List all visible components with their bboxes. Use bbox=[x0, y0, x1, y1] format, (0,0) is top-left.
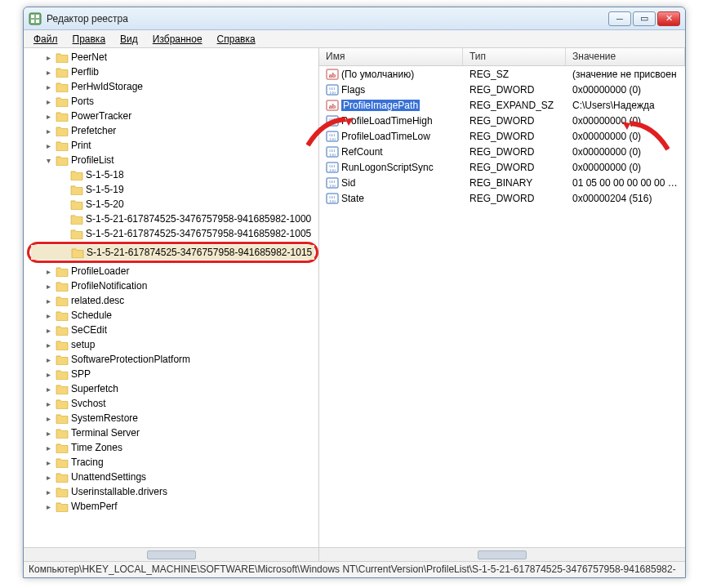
folder-icon bbox=[56, 280, 69, 292]
tree-node[interactable]: ▸Prefetcher bbox=[27, 123, 318, 138]
tree-node-label: Svchost bbox=[71, 398, 106, 409]
tree-node[interactable]: ▸Svchost bbox=[27, 396, 318, 411]
expand-icon[interactable]: ▸ bbox=[43, 326, 53, 335]
tree-node[interactable]: S-1-5-21-617874525-3476757958-941685982-… bbox=[27, 226, 318, 241]
tree-node[interactable]: ▸PowerTracker bbox=[27, 109, 318, 123]
list-hscrollbar[interactable] bbox=[319, 547, 685, 561]
menu-edit[interactable]: Правка bbox=[66, 32, 113, 47]
value-row[interactable]: FlagsREG_DWORD0x00000000 (0) bbox=[319, 82, 685, 97]
expand-icon[interactable]: ▸ bbox=[43, 414, 53, 423]
expand-icon[interactable]: ▸ bbox=[43, 399, 53, 408]
tree-node-label: UnattendSettings bbox=[71, 471, 146, 483]
tree-hscrollbar[interactable] bbox=[24, 547, 318, 561]
tree-node[interactable]: ▸SeCEdit bbox=[27, 323, 318, 337]
expand-icon[interactable]: ▸ bbox=[43, 97, 53, 106]
expand-icon[interactable]: ▸ bbox=[43, 341, 53, 350]
tree-node[interactable]: ▸PeerNet bbox=[27, 50, 318, 65]
folder-icon bbox=[56, 471, 69, 483]
expand-icon[interactable]: ▸ bbox=[43, 53, 53, 62]
tree-node[interactable]: S-1-5-20 bbox=[27, 197, 318, 212]
tree-node[interactable]: S-1-5-19 bbox=[27, 182, 318, 197]
list-body[interactable]: (По умолчанию)REG_SZ(значение не присвое… bbox=[319, 66, 685, 547]
close-button[interactable]: ✕ bbox=[657, 11, 680, 26]
value-row[interactable]: SidREG_BINARY01 05 00 00 00 00 00 05 1 bbox=[319, 175, 685, 190]
expand-icon[interactable]: ▸ bbox=[43, 112, 53, 121]
expand-icon[interactable]: ▸ bbox=[43, 68, 53, 77]
folder-icon bbox=[56, 66, 69, 78]
tree-node[interactable]: S-1-5-21-617874525-3476757958-941685982-… bbox=[31, 245, 314, 260]
tree-node[interactable]: ▸Tracing bbox=[27, 455, 318, 470]
tree-node-label: SeCEdit bbox=[71, 324, 107, 336]
titlebar[interactable]: Редактор реестра ─ ▭ ✕ bbox=[24, 7, 685, 30]
tree-node[interactable]: ▸Terminal Server bbox=[27, 425, 318, 440]
binary-value-icon bbox=[326, 114, 339, 127]
tree-node[interactable]: ▸setup bbox=[27, 337, 318, 352]
menu-favorites[interactable]: Избранное bbox=[146, 32, 209, 47]
value-row[interactable]: ProfileLoadTimeHighREG_DWORD0x00000000 (… bbox=[319, 113, 685, 128]
value-row[interactable]: RunLogonScriptSyncREG_DWORD0x00000000 (0… bbox=[319, 159, 685, 175]
maximize-button[interactable]: ▭ bbox=[633, 11, 656, 26]
expand-icon[interactable]: ▸ bbox=[43, 282, 53, 291]
value-data: 0x00000000 (0) bbox=[566, 84, 685, 96]
expand-icon[interactable]: ▸ bbox=[43, 429, 53, 438]
tree-node[interactable]: ▸Schedule bbox=[27, 308, 318, 323]
value-row[interactable]: ProfileImagePathREG_EXPAND_SZC:\Users\На… bbox=[319, 97, 685, 113]
column-type[interactable]: Тип bbox=[463, 48, 566, 65]
expand-icon[interactable]: ▸ bbox=[43, 473, 53, 482]
value-row[interactable]: StateREG_DWORD0x00000204 (516) bbox=[319, 190, 685, 206]
binary-value-icon bbox=[326, 83, 339, 96]
value-row[interactable]: (По умолчанию)REG_SZ(значение не присвое… bbox=[319, 66, 685, 82]
value-data: 0x00000000 (0) bbox=[566, 131, 685, 142]
tree-node[interactable]: ▸Perflib bbox=[27, 65, 318, 79]
value-name: ProfileImagePath bbox=[341, 100, 420, 111]
tree-node[interactable]: ▸Superfetch bbox=[27, 381, 318, 396]
tree-node-label: Print bbox=[71, 140, 91, 151]
column-value[interactable]: Значение bbox=[566, 48, 685, 65]
expand-icon[interactable]: ▸ bbox=[43, 458, 53, 467]
tree-node[interactable]: ▸SPP bbox=[27, 367, 318, 381]
expand-icon[interactable]: ▸ bbox=[43, 355, 53, 364]
tree-node[interactable]: ▸ProfileLoader bbox=[27, 264, 318, 278]
expand-icon[interactable]: ▸ bbox=[43, 385, 53, 394]
tree-node[interactable]: ▸SystemRestore bbox=[27, 411, 318, 425]
minimize-button[interactable]: ─ bbox=[608, 11, 631, 26]
folder-icon bbox=[56, 140, 69, 151]
tree-node-label: ProfileNotification bbox=[71, 280, 147, 292]
expand-icon[interactable]: ▸ bbox=[43, 488, 53, 497]
tree-node-label: PeerNet bbox=[71, 51, 107, 63]
tree-node-label: S-1-5-21-617874525-3476757958-941685982-… bbox=[87, 247, 312, 258]
expand-icon[interactable]: ▸ bbox=[43, 296, 53, 305]
folder-icon bbox=[56, 310, 69, 321]
column-name[interactable]: Имя bbox=[319, 48, 463, 65]
cell-name: RunLogonScriptSync bbox=[319, 161, 463, 174]
tree-node[interactable]: ▸WbemPerf bbox=[27, 499, 318, 514]
menu-help[interactable]: Справка bbox=[211, 32, 262, 47]
tree-node[interactable]: ▸SoftwareProtectionPlatform bbox=[27, 352, 318, 367]
value-row[interactable]: ProfileLoadTimeLowREG_DWORD0x00000000 (0… bbox=[319, 128, 685, 144]
tree-node[interactable]: ▸PerHwIdStorage bbox=[27, 79, 318, 94]
tree-node[interactable]: S-1-5-21-617874525-3476757958-941685982-… bbox=[27, 212, 318, 226]
expand-icon[interactable]: ▸ bbox=[43, 127, 53, 136]
expand-icon[interactable]: ▸ bbox=[43, 311, 53, 320]
tree-node[interactable]: S-1-5-18 bbox=[27, 167, 318, 182]
tree-node[interactable]: ▸Print bbox=[27, 138, 318, 153]
tree-node[interactable]: ▸Ports bbox=[27, 94, 318, 109]
value-row[interactable]: RefCountREG_DWORD0x00000000 (0) bbox=[319, 144, 685, 159]
expand-icon[interactable]: ▸ bbox=[43, 443, 53, 452]
folder-icon bbox=[56, 427, 69, 439]
tree-node[interactable]: ▸UnattendSettings bbox=[27, 470, 318, 484]
expand-icon[interactable]: ▸ bbox=[43, 267, 53, 276]
expand-icon[interactable]: ▸ bbox=[43, 141, 53, 150]
expand-icon[interactable]: ▸ bbox=[43, 502, 53, 511]
tree-node[interactable]: ▸Time Zones bbox=[27, 440, 318, 455]
tree-scroll[interactable]: ▸PeerNet▸Perflib▸PerHwIdStorage▸Ports▸Po… bbox=[24, 48, 318, 547]
tree-node[interactable]: ▸related.desc bbox=[27, 293, 318, 308]
menu-file[interactable]: Файл bbox=[27, 32, 65, 47]
expand-icon[interactable]: ▸ bbox=[43, 370, 53, 379]
tree-node[interactable]: ▸Userinstallable.drivers bbox=[27, 484, 318, 499]
menu-view[interactable]: Вид bbox=[113, 32, 145, 47]
expand-icon[interactable]: ▸ bbox=[43, 82, 53, 91]
tree-node[interactable]: ▾ProfileList bbox=[27, 153, 318, 167]
tree-node[interactable]: ▸ProfileNotification bbox=[27, 278, 318, 293]
collapse-icon[interactable]: ▾ bbox=[43, 156, 53, 165]
